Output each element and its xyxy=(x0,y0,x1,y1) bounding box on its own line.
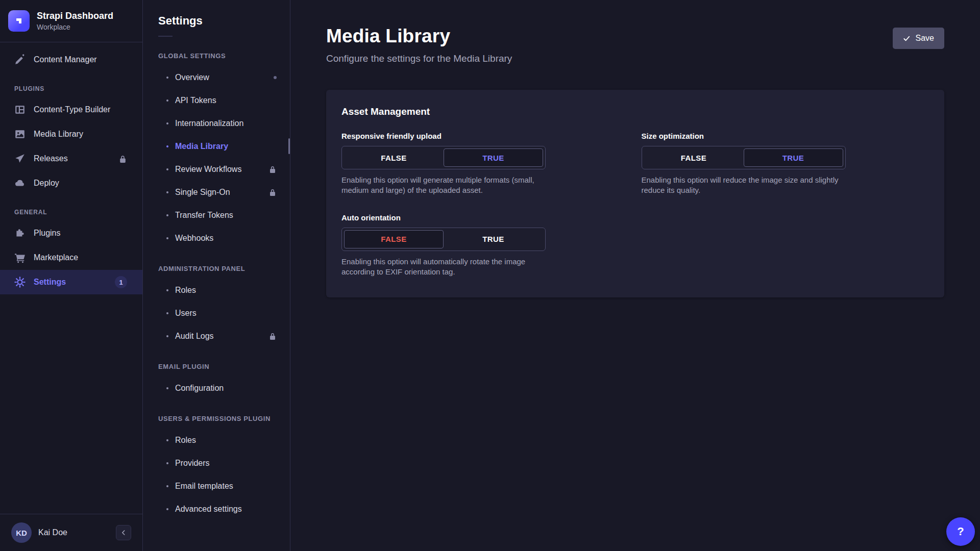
field-hint: Enabling this option will automatically … xyxy=(341,257,550,278)
subnav-title: Settings xyxy=(143,14,290,28)
bullet-icon xyxy=(166,214,168,216)
active-indicator xyxy=(288,138,290,154)
bullet-icon xyxy=(166,485,168,487)
bullet-icon xyxy=(166,439,168,441)
field-label: Size optimization xyxy=(642,132,929,140)
bullet-icon xyxy=(166,462,168,464)
app-root: Strapi Dashboard Workplace Content Manag… xyxy=(0,0,980,551)
subnav-item-api-tokens[interactable]: API Tokens xyxy=(143,89,290,112)
toggle-option-true[interactable]: TRUE xyxy=(744,148,843,167)
sidebar-nav: Content Manager Plugins Content-Type Bui… xyxy=(0,42,142,514)
toggle-option-false[interactable]: FALSE xyxy=(344,230,444,248)
page-header: Media Library Configure the settings for… xyxy=(326,0,944,64)
sidebar-item-settings[interactable]: Settings 1 xyxy=(0,270,142,294)
sidebar-item-label: Content-Type Builder xyxy=(34,105,110,114)
lock-icon xyxy=(268,332,277,340)
subnav-item-label: Audit Logs xyxy=(175,332,214,341)
sidebar-item-label: Deploy xyxy=(34,179,59,188)
sidebar-item-label: Plugins xyxy=(34,229,60,238)
subnav-item-transfer-tokens[interactable]: Transfer Tokens xyxy=(143,204,290,227)
subnav-item-single-sign-on[interactable]: Single Sign-On xyxy=(143,181,290,204)
lock-icon xyxy=(268,165,277,173)
main-sidebar: Strapi Dashboard Workplace Content Manag… xyxy=(0,0,143,551)
subnav-item-label: Media Library xyxy=(175,142,228,151)
subnav-item-audit-logs[interactable]: Audit Logs xyxy=(143,324,290,347)
bullet-icon xyxy=(166,145,168,147)
subnav-item-label: Email templates xyxy=(175,482,233,491)
subnav-item-review-workflows[interactable]: Review Workflows xyxy=(143,158,290,181)
brand[interactable]: Strapi Dashboard Workplace xyxy=(0,0,142,42)
settings-subnav: Settings Global Settings Overview API To… xyxy=(143,0,290,551)
subnav-item-label: Providers xyxy=(175,459,210,468)
layout-icon xyxy=(14,104,26,115)
toggle-option-false[interactable]: FALSE xyxy=(344,148,444,167)
size-optimization-toggle: FALSE TRUE xyxy=(642,146,846,169)
subnav-item-email-templates[interactable]: Email templates xyxy=(143,474,290,497)
puzzle-icon xyxy=(14,228,26,239)
sidebar-item-content-manager[interactable]: Content Manager xyxy=(0,47,142,72)
sidebar-item-plugins[interactable]: Plugins xyxy=(0,221,142,245)
workspace-subtitle: Workplace xyxy=(37,23,113,31)
bullet-icon xyxy=(166,335,168,337)
user-name: Kai Doe xyxy=(38,528,67,537)
bullet-icon xyxy=(166,77,168,79)
subnav-item-label: Transfer Tokens xyxy=(175,211,233,220)
bullet-icon xyxy=(166,122,168,124)
field-auto-orientation: Auto orientation FALSE TRUE Enabling thi… xyxy=(341,213,629,278)
toggle-option-false[interactable]: FALSE xyxy=(644,148,744,167)
subnav-item-internationalization[interactable]: Internationalization xyxy=(143,112,290,135)
field-hint: Enabling this option will reduce the ima… xyxy=(642,175,850,196)
subnav-item-label: Configuration xyxy=(175,384,224,393)
subnav-group-administration-panel: Administration Panel xyxy=(143,249,290,279)
sidebar-item-marketplace[interactable]: Marketplace xyxy=(0,245,142,270)
responsive-friendly-upload-toggle: FALSE TRUE xyxy=(341,146,546,169)
subnav-item-label: Webhooks xyxy=(175,234,213,243)
asset-management-card: Asset Management Responsive friendly upl… xyxy=(326,90,944,297)
settings-badge: 1 xyxy=(115,276,127,288)
main-content: Media Library Configure the settings for… xyxy=(290,0,980,551)
pencil-icon xyxy=(14,54,26,65)
subnav-item-advanced-settings[interactable]: Advanced settings xyxy=(143,497,290,520)
subnav-item-label: Users xyxy=(175,309,197,318)
help-button[interactable]: ? xyxy=(946,517,975,546)
page-header-text: Media Library Configure the settings for… xyxy=(326,26,512,64)
settings-grid: Responsive friendly upload FALSE TRUE En… xyxy=(341,132,929,277)
subnav-item-label: API Tokens xyxy=(175,96,216,105)
subnav-item-roles-up[interactable]: Roles xyxy=(143,429,290,452)
sidebar-item-releases[interactable]: Releases xyxy=(0,146,142,171)
cloud-icon xyxy=(14,178,26,189)
sidebar-item-media-library[interactable]: Media Library xyxy=(0,122,142,146)
bullet-icon xyxy=(166,99,168,102)
page-subtitle: Configure the settings for the Media Lib… xyxy=(326,53,512,64)
field-size-optimization: Size optimization FALSE TRUE Enabling th… xyxy=(642,132,929,196)
cart-icon xyxy=(14,252,26,263)
subnav-item-roles-admin[interactable]: Roles xyxy=(143,279,290,302)
subnav-item-media-library[interactable]: Media Library xyxy=(143,135,290,158)
collapse-sidebar-button[interactable] xyxy=(116,525,131,540)
subnav-item-label: Roles xyxy=(175,286,196,295)
field-label: Responsive friendly upload xyxy=(341,132,629,140)
avatar[interactable]: KD xyxy=(11,522,32,543)
sidebar-item-deploy[interactable]: Deploy xyxy=(0,171,142,195)
subnav-item-webhooks[interactable]: Webhooks xyxy=(143,227,290,249)
toggle-option-true[interactable]: TRUE xyxy=(444,148,543,167)
brand-text: Strapi Dashboard Workplace xyxy=(37,11,113,31)
subnav-item-configuration[interactable]: Configuration xyxy=(143,377,290,399)
card-title: Asset Management xyxy=(341,106,929,117)
subnav-item-overview[interactable]: Overview xyxy=(143,66,290,89)
subnav-group-global-settings: Global Settings xyxy=(143,37,290,66)
sidebar-section-general: General xyxy=(0,195,142,221)
toggle-option-true[interactable]: TRUE xyxy=(444,230,543,248)
bullet-icon xyxy=(166,312,168,314)
lock-icon xyxy=(118,155,127,163)
workspace-title: Strapi Dashboard xyxy=(37,11,113,22)
subnav-item-providers[interactable]: Providers xyxy=(143,452,290,474)
sidebar-item-content-type-builder[interactable]: Content-Type Builder xyxy=(0,97,142,122)
field-responsive-friendly-upload: Responsive friendly upload FALSE TRUE En… xyxy=(341,132,629,196)
chevron-left-icon xyxy=(120,529,127,536)
subnav-item-users[interactable]: Users xyxy=(143,302,290,324)
sidebar-item-label: Releases xyxy=(34,154,68,163)
save-button[interactable]: Save xyxy=(893,28,944,49)
subnav-item-label: Review Workflows xyxy=(175,165,241,174)
sidebar-item-label: Content Manager xyxy=(34,55,97,64)
